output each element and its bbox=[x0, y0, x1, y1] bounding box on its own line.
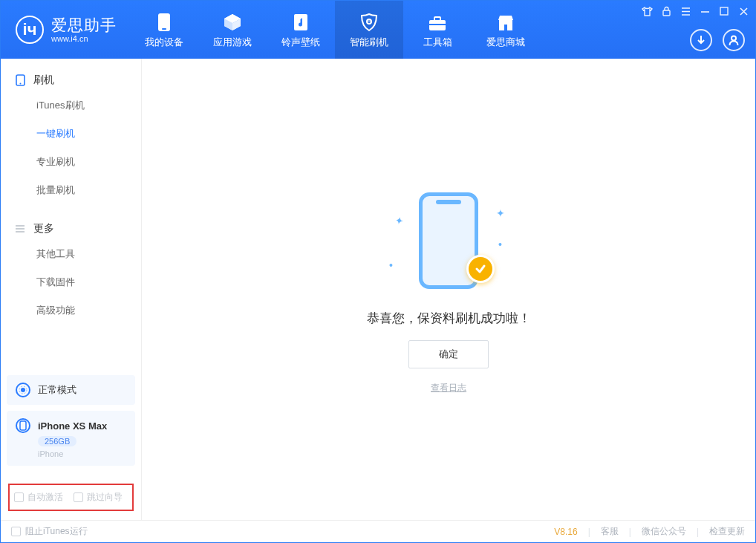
svg-point-14 bbox=[21, 388, 25, 392]
sidebar-item-advanced[interactable]: 高级功能 bbox=[1, 296, 141, 325]
download-button[interactable] bbox=[690, 29, 712, 51]
maximize-icon[interactable] bbox=[717, 4, 731, 19]
window-controls bbox=[639, 4, 751, 19]
section-title: 更多 bbox=[33, 222, 54, 235]
svg-point-11 bbox=[731, 36, 736, 41]
flash-options-highlight: 自动激活 跳过向导 bbox=[8, 484, 134, 511]
device-icon bbox=[156, 11, 172, 32]
header: iч 爱思助手 www.i4.cn 我的设备 应用游戏 铃声壁纸 智能刷机 bbox=[1, 1, 755, 59]
checkbox-label: 阻止iTunes运行 bbox=[25, 525, 88, 538]
svg-rect-9 bbox=[663, 10, 670, 16]
checkbox-label: 跳过向导 bbox=[87, 491, 123, 504]
sidebar-section-flash: 刷机 bbox=[1, 66, 141, 91]
sidebar: 刷机 iTunes刷机 一键刷机 专业刷机 批量刷机 更多 其他工具 下载固件 … bbox=[1, 59, 142, 520]
tab-label: 爱思商城 bbox=[486, 36, 525, 49]
store-icon bbox=[496, 11, 515, 32]
minimize-icon[interactable] bbox=[697, 4, 712, 19]
checkbox-auto-activate[interactable]: 自动激活 bbox=[14, 491, 63, 504]
tab-smart-flash[interactable]: 智能刷机 bbox=[335, 1, 403, 59]
checkbox-skip-guide[interactable]: 跳过向导 bbox=[74, 491, 123, 504]
tab-label: 应用游戏 bbox=[213, 36, 252, 49]
main-content: ✦ ✦ • • 恭喜您，保资料刷机成功啦！ 确定 查看日志 bbox=[142, 59, 755, 520]
mode-label: 正常模式 bbox=[38, 383, 76, 397]
lock-icon[interactable] bbox=[659, 4, 674, 19]
toolbox-icon bbox=[428, 11, 447, 32]
user-button[interactable] bbox=[723, 29, 745, 51]
sidebar-item-batch-flash[interactable]: 批量刷机 bbox=[1, 176, 141, 204]
support-link[interactable]: 客服 bbox=[601, 525, 619, 538]
logo: iч 爱思助手 www.i4.cn bbox=[1, 1, 130, 59]
checkbox-block-itunes[interactable]: 阻止iTunes运行 bbox=[11, 525, 88, 538]
sidebar-item-other-tools[interactable]: 其他工具 bbox=[1, 240, 141, 268]
mode-icon bbox=[16, 383, 30, 397]
svg-rect-1 bbox=[162, 28, 166, 30]
app-window: iч 爱思助手 www.i4.cn 我的设备 应用游戏 铃声壁纸 智能刷机 bbox=[0, 0, 756, 543]
tab-label: 铃声壁纸 bbox=[281, 36, 320, 49]
music-icon bbox=[292, 11, 310, 32]
shield-icon bbox=[359, 11, 379, 32]
success-message: 恭喜您，保资料刷机成功啦！ bbox=[367, 310, 531, 327]
phone-icon bbox=[14, 74, 26, 86]
tab-toolbox[interactable]: 工具箱 bbox=[403, 1, 472, 59]
close-icon[interactable] bbox=[736, 4, 751, 19]
check-circle-icon bbox=[466, 255, 495, 283]
version-label: V8.16 bbox=[554, 527, 577, 537]
svg-point-13 bbox=[19, 83, 21, 85]
sidebar-section-more: 更多 bbox=[1, 215, 141, 240]
check-update-link[interactable]: 检查更新 bbox=[709, 525, 745, 538]
tab-label: 工具箱 bbox=[423, 36, 452, 49]
device-name: iPhone XS Max bbox=[38, 420, 107, 432]
tab-my-device[interactable]: 我的设备 bbox=[130, 1, 198, 59]
svg-rect-8 bbox=[504, 25, 507, 30]
header-tabs: 我的设备 应用游戏 铃声壁纸 智能刷机 工具箱 爱思商城 bbox=[130, 1, 540, 59]
sparkle-icon: • bbox=[498, 238, 502, 250]
svg-rect-6 bbox=[429, 24, 446, 25]
app-title: 爱思助手 bbox=[51, 16, 117, 33]
tab-label: 我的设备 bbox=[145, 36, 183, 49]
sparkle-icon: ✦ bbox=[394, 214, 405, 227]
mode-card[interactable]: 正常模式 bbox=[7, 375, 135, 405]
section-title: 刷机 bbox=[33, 74, 54, 87]
sparkle-icon: • bbox=[389, 259, 393, 271]
tab-label: 智能刷机 bbox=[350, 36, 388, 49]
svg-rect-10 bbox=[720, 7, 728, 15]
svg-rect-16 bbox=[20, 421, 26, 430]
view-log-link[interactable]: 查看日志 bbox=[431, 382, 466, 394]
header-right-buttons bbox=[690, 29, 745, 51]
sidebar-item-itunes-flash[interactable]: iTunes刷机 bbox=[1, 91, 141, 120]
body: 刷机 iTunes刷机 一键刷机 专业刷机 批量刷机 更多 其他工具 下载固件 … bbox=[1, 59, 755, 520]
wechat-link[interactable]: 微信公众号 bbox=[642, 525, 686, 538]
tshirt-icon[interactable] bbox=[639, 4, 654, 19]
svg-rect-5 bbox=[434, 17, 440, 21]
menu-icon[interactable] bbox=[678, 4, 693, 19]
success-illustration: ✦ ✦ • • bbox=[389, 185, 508, 296]
app-logo-icon: iч bbox=[16, 16, 44, 44]
checkbox-icon bbox=[11, 527, 21, 536]
ok-button[interactable]: 确定 bbox=[408, 340, 489, 368]
list-icon bbox=[14, 223, 26, 235]
device-type: iPhone bbox=[38, 449, 63, 458]
sparkle-icon: ✦ bbox=[496, 207, 505, 219]
tab-apps-games[interactable]: 应用游戏 bbox=[198, 1, 267, 59]
device-card[interactable]: iPhone XS Max 256GB iPhone bbox=[7, 411, 135, 466]
footer: 阻止iTunes运行 V8.16 | 客服 | 微信公众号 | 检查更新 bbox=[1, 520, 755, 542]
tab-store[interactable]: 爱思商城 bbox=[472, 1, 540, 59]
sidebar-item-download-firmware[interactable]: 下载固件 bbox=[1, 268, 141, 296]
checkbox-icon bbox=[74, 492, 83, 502]
device-icon bbox=[16, 418, 30, 433]
sidebar-item-pro-flash[interactable]: 专业刷机 bbox=[1, 148, 141, 176]
checkbox-label: 自动激活 bbox=[27, 491, 63, 504]
sidebar-item-oneclick-flash[interactable]: 一键刷机 bbox=[1, 120, 141, 148]
cube-icon bbox=[223, 11, 242, 32]
checkbox-icon bbox=[14, 492, 24, 502]
tab-ring-wallpaper[interactable]: 铃声壁纸 bbox=[267, 1, 335, 59]
storage-badge: 256GB bbox=[38, 436, 76, 446]
app-url: www.i4.cn bbox=[51, 34, 117, 43]
